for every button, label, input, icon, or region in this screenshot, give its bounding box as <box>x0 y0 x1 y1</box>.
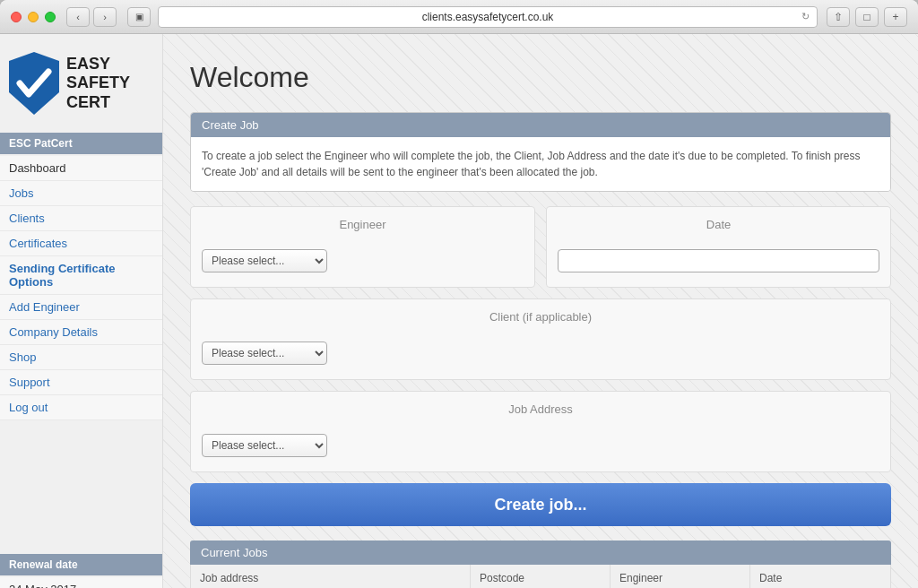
sidebar-item-logout[interactable]: Log out <box>0 395 162 420</box>
engineer-select[interactable]: Please select... <box>202 249 327 272</box>
jobs-table-header: Job address Postcode Engineer Date <box>190 565 891 588</box>
date-section: Date <box>546 206 891 288</box>
client-select[interactable]: Please select... <box>202 342 327 365</box>
logo-icon <box>9 52 59 115</box>
browser-window: ‹ › ▣ clients.easysafetycert.co.uk ↻ ⇧ □… <box>0 0 918 588</box>
engineer-label: Engineer <box>191 207 534 242</box>
browser-nav: ‹ › <box>66 7 117 27</box>
back-button[interactable]: ‹ <box>66 7 90 27</box>
create-job-description: To create a job select the Engineer who … <box>191 137 890 191</box>
sidebar-item-certificates[interactable]: Certificates <box>0 231 162 256</box>
minimize-button[interactable] <box>28 12 39 22</box>
current-jobs-header: Current Jobs <box>190 540 891 565</box>
sidebar-item-clients[interactable]: Clients <box>0 206 162 231</box>
address-bar[interactable]: clients.easysafetycert.co.uk ↻ <box>158 6 818 28</box>
sidebar-item-shop[interactable]: Shop <box>0 345 162 370</box>
new-tab-button[interactable]: □ <box>855 7 879 27</box>
sidebar-item-jobs[interactable]: Jobs <box>0 181 162 206</box>
maximize-button[interactable] <box>45 12 56 22</box>
create-job-box: Create Job To create a job select the En… <box>190 112 891 192</box>
engineer-date-row: Engineer Please select... Date <box>190 206 891 288</box>
date-body <box>547 242 890 287</box>
logo-text: EASY SAFETY CERT <box>66 55 130 113</box>
sidebar-item-sending-cert-options[interactable]: Sending Certificate Options <box>0 256 162 295</box>
client-section: Client (if applicable) Please select... <box>190 298 891 380</box>
col-postcode: Postcode <box>471 565 611 588</box>
col-engineer: Engineer <box>611 565 750 588</box>
client-body: Please select... <box>191 334 890 379</box>
browser-titlebar: ‹ › ▣ clients.easysafetycert.co.uk ↻ ⇧ □… <box>0 0 918 34</box>
forward-button[interactable]: › <box>93 7 117 27</box>
page-wrapper: EASY SAFETY CERT ESC PatCert Dashboard J… <box>0 34 918 588</box>
job-address-label: Job Address <box>191 392 890 427</box>
main-content: Welcome Create Job To create a job selec… <box>163 34 918 588</box>
engineer-section: Engineer Please select... <box>190 206 535 288</box>
url-text: clients.easysafetycert.co.uk <box>422 11 554 23</box>
date-input[interactable] <box>558 249 879 272</box>
sidebar-section-header: ESC PatCert <box>0 133 162 154</box>
close-button[interactable] <box>11 12 22 22</box>
job-address-select[interactable]: Please select... <box>202 434 327 457</box>
renewal-header: Renewal date <box>0 554 162 575</box>
col-date: Date <box>750 565 890 588</box>
tab-area: ▣ <box>127 7 151 27</box>
more-button[interactable]: + <box>884 7 907 27</box>
job-address-section: Job Address Please select... <box>190 391 891 472</box>
sidebar-footer: Renewal date 24 May 2017 <box>0 554 162 588</box>
col-job-address: Job address <box>191 565 471 588</box>
page-title: Welcome <box>190 61 891 94</box>
reload-icon[interactable]: ↻ <box>801 11 810 22</box>
browser-actions: ⇧ □ + <box>827 7 907 27</box>
job-address-body: Please select... <box>191 427 890 471</box>
engineer-body: Please select... <box>191 242 534 287</box>
renewal-date-value: 24 May 2017 <box>0 577 162 588</box>
sidebar-item-company-details[interactable]: Company Details <box>0 320 162 345</box>
sidebar-nav: Dashboard Jobs Clients Certificates Send… <box>0 156 162 420</box>
sidebar-item-add-engineer[interactable]: Add Engineer <box>0 295 162 320</box>
logo-area: EASY SAFETY CERT <box>0 52 162 133</box>
sidebar-item-dashboard[interactable]: Dashboard <box>0 156 162 181</box>
create-job-button[interactable]: Create job... <box>190 483 891 526</box>
tab-switcher[interactable]: ▣ <box>127 7 151 27</box>
create-job-header: Create Job <box>191 113 890 137</box>
date-label: Date <box>547 207 890 242</box>
sidebar: EASY SAFETY CERT ESC PatCert Dashboard J… <box>0 34 163 588</box>
current-jobs-area: Current Jobs Job address Postcode Engine… <box>190 540 891 588</box>
share-button[interactable]: ⇧ <box>827 7 850 27</box>
client-label: Client (if applicable) <box>191 299 890 334</box>
traffic-lights <box>11 12 56 22</box>
sidebar-item-support[interactable]: Support <box>0 370 162 395</box>
